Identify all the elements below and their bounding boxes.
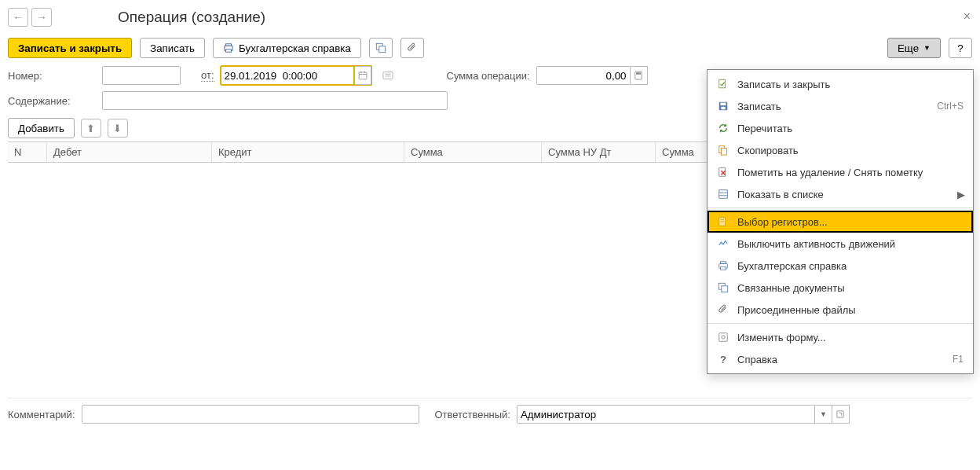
arrow-left-icon: ← (13, 11, 24, 24)
menu-item-12[interactable]: ?СправкаF1 (708, 348, 973, 370)
svg-rect-1 (226, 44, 232, 46)
accounting-report-button[interactable]: Бухгалтерская справка (213, 38, 361, 58)
save-label: Записать (150, 42, 195, 54)
hint-icon (382, 71, 393, 80)
menu-item-label: Изменить форму... (737, 332, 826, 343)
menu-item-11[interactable]: Изменить форму... (708, 326, 973, 348)
date-field[interactable] (221, 66, 354, 85)
menu-item-1[interactable]: ЗаписатьCtrl+S (708, 95, 973, 117)
menu-item-shortcut: Ctrl+S (937, 101, 964, 112)
svg-rect-13 (636, 72, 641, 75)
attach-icon (717, 303, 730, 316)
menu-item-label: Выбор регистров... (737, 216, 828, 228)
menu-item-label: Присоединенные файлы (737, 304, 856, 316)
menu-item-5[interactable]: Показать в списке▶ (708, 183, 973, 205)
print-icon (223, 42, 234, 53)
col-n[interactable]: N (8, 142, 47, 162)
svg-rect-22 (719, 190, 728, 199)
refresh-icon (717, 122, 730, 134)
menu-separator (708, 207, 973, 208)
close-button[interactable]: × (964, 9, 971, 24)
close-icon: × (964, 9, 971, 23)
menu-item-label: Перечитать (737, 123, 792, 134)
nav-forward-button[interactable]: → (31, 8, 52, 27)
form-icon (717, 331, 730, 343)
svg-rect-18 (721, 107, 725, 110)
menu-item-10[interactable]: Присоединенные файлы (708, 299, 973, 321)
menu-item-label: Скопировать (737, 145, 799, 156)
menu-item-8[interactable]: Бухгалтерская справка (708, 255, 973, 277)
svg-rect-17 (721, 103, 726, 106)
svg-rect-2 (226, 50, 232, 53)
registers-icon (717, 215, 730, 228)
move-down-button[interactable]: ⬇ (108, 119, 128, 138)
open-icon (836, 410, 844, 418)
content-label: Содержание: (8, 95, 96, 107)
menu-item-label: Бухгалтерская справка (737, 260, 847, 272)
date-picker-button[interactable] (354, 66, 371, 85)
link-icon (375, 42, 386, 53)
svg-rect-30 (721, 267, 726, 270)
print-icon (717, 259, 730, 272)
delete-mark-icon (717, 166, 730, 178)
col-credit[interactable]: Кредит (212, 142, 404, 162)
number-field[interactable] (102, 66, 181, 85)
add-row-button[interactable]: Добавить (8, 118, 75, 138)
menu-item-4[interactable]: Пометить на удаление / Снять пометку (708, 161, 973, 183)
content-field[interactable] (102, 91, 448, 110)
nav-back-button[interactable]: ← (8, 8, 28, 27)
responsible-label: Ответственный: (435, 409, 510, 420)
responsible-dropdown-button[interactable]: ▼ (815, 405, 832, 424)
svg-rect-15 (719, 79, 726, 88)
svg-rect-5 (359, 72, 367, 79)
move-up-button[interactable]: ⬆ (81, 119, 101, 138)
menu-item-label: Справка (737, 354, 777, 365)
menu-item-label: Пометить на удаление / Снять пометку (737, 167, 923, 178)
menu-item-label: Показать в списке (737, 189, 824, 200)
calculator-button[interactable] (631, 66, 648, 85)
menu-item-label: Записать (737, 101, 781, 112)
save-button[interactable]: Записать (140, 38, 205, 58)
menu-item-0[interactable]: Записать и закрыть (708, 73, 973, 95)
chevron-down-icon: ▼ (923, 44, 931, 52)
comment-field[interactable] (82, 405, 419, 424)
col-sum[interactable]: Сумма (404, 142, 542, 162)
check-doc-icon (717, 78, 730, 90)
svg-rect-33 (719, 333, 728, 342)
save-icon (717, 100, 730, 112)
attach-icon (407, 42, 418, 53)
menu-item-label: Выключить активность движений (737, 238, 895, 250)
menu-item-9[interactable]: Связанные документы (708, 277, 973, 299)
attachments-button[interactable] (400, 38, 424, 58)
svg-rect-4 (379, 46, 386, 53)
menu-item-2[interactable]: Перечитать (708, 117, 973, 139)
menu-item-6[interactable]: Выбор регистров... (708, 211, 973, 233)
list-icon (717, 188, 730, 200)
responsible-field[interactable] (517, 405, 815, 424)
svg-point-34 (722, 336, 725, 339)
save-and-close-button[interactable]: Записать и закрыть (8, 38, 132, 58)
svg-rect-29 (721, 262, 726, 264)
menu-item-label: Записать и закрыть (737, 79, 830, 90)
svg-rect-14 (837, 411, 843, 417)
calculator-icon (634, 71, 642, 80)
more-button[interactable]: Еще ▼ (887, 38, 941, 58)
sum-label: Сумма операции: (447, 70, 530, 82)
copy-icon (717, 144, 730, 156)
arrow-right-icon: → (36, 11, 47, 24)
sum-field[interactable] (536, 66, 631, 85)
more-menu: Записать и закрытьЗаписатьCtrl+SПеречита… (707, 69, 974, 374)
col-nu-dt[interactable]: Сумма НУ Дт (542, 142, 656, 162)
col-debit[interactable]: Дебет (47, 142, 212, 162)
menu-item-3[interactable]: Скопировать (708, 139, 973, 161)
related-docs-button[interactable] (369, 38, 393, 58)
more-label: Еще (898, 42, 919, 54)
menu-item-7[interactable]: Выключить активность движений (708, 233, 973, 255)
responsible-open-button[interactable] (832, 405, 850, 424)
menu-separator (708, 323, 973, 324)
calendar-icon (358, 71, 368, 80)
help-button[interactable]: ? (949, 38, 972, 58)
arrow-up-icon: ⬆ (86, 123, 95, 134)
save-and-close-label: Записать и закрыть (18, 42, 122, 54)
page-title: Операция (создание) (118, 9, 265, 26)
